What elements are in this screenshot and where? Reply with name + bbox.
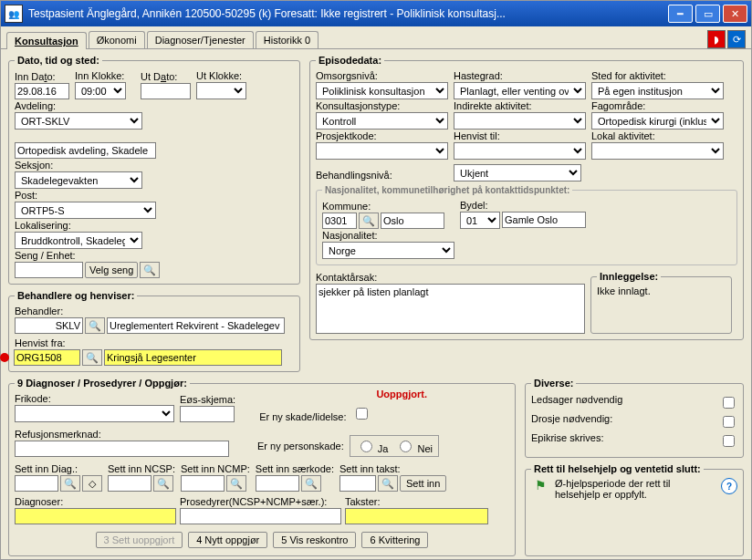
ja-radio-label[interactable]: Ja <box>356 438 389 454</box>
avdeling-readonly <box>15 142 156 159</box>
indirekte-select[interactable] <box>454 112 586 130</box>
diag-clear-icon[interactable]: ◇ <box>82 475 102 492</box>
sted-label: Sted for aktivitet: <box>591 70 724 81</box>
kommune-code-input[interactable] <box>322 213 357 229</box>
velg-seng-button[interactable]: Velg seng <box>85 262 138 278</box>
drosje-label: Drosje nødvendig: <box>531 413 612 430</box>
konstype-select[interactable]: Kontroll <box>316 112 448 130</box>
maximize-button[interactable]: ▭ <box>695 5 720 23</box>
diag-search-icon[interactable]: 🔍 <box>60 475 80 492</box>
episodedata-fieldset: Episodedata: Omsorgsnivå:Poliklinisk kon… <box>309 55 744 340</box>
vis-reskontro-button[interactable]: 5 Vis reskontro <box>273 532 356 548</box>
skade-checkbox[interactable] <box>356 408 368 420</box>
saer-search-icon[interactable]: 🔍 <box>301 475 321 492</box>
ut-klokke-label: Ut Klokke: <box>196 70 246 81</box>
post-select[interactable]: ORTP5-S <box>15 202 156 219</box>
ja-radio[interactable] <box>360 441 372 452</box>
ut-dato-input[interactable] <box>141 83 191 99</box>
behandlingsniva-select[interactable]: Ukjent <box>454 164 581 181</box>
diverse-fieldset: Diverse: Ledsager nødvendig Drosje nødve… <box>525 378 744 458</box>
prosjektkode-select[interactable] <box>316 142 448 160</box>
minimize-button[interactable]: ━ <box>668 5 693 23</box>
kommune-search-icon[interactable]: 🔍 <box>359 213 379 229</box>
takster-box[interactable] <box>345 508 488 524</box>
kvittering-button[interactable]: 6 Kvittering <box>361 532 428 548</box>
henvist-search-icon[interactable]: 🔍 <box>82 349 102 366</box>
rett-legend: Rett til helsehjelp og ventetid slutt: <box>531 463 704 474</box>
henvist-readonly <box>104 349 282 366</box>
sett-inn-button[interactable]: Sett inn <box>400 475 446 492</box>
saer-input[interactable] <box>256 475 299 492</box>
refresh-icon[interactable]: ⟳ <box>727 30 746 48</box>
avdeling-select[interactable]: ORT-SKLV <box>15 112 142 130</box>
help-icon[interactable]: ? <box>721 478 737 494</box>
drosje-checkbox[interactable] <box>723 416 735 428</box>
kontaktarsak-textarea[interactable]: sjekker på listen planlagt <box>316 284 585 334</box>
kontaktarsak-label: Kontaktårsak: <box>316 272 585 283</box>
henvist-til-select[interactable] <box>454 142 586 160</box>
nasjonalitet-select[interactable]: Norge <box>322 242 454 259</box>
diagnoser-fieldset: 9 Diagnoser / Prosedyrer / Oppgjør: Uopp… <box>8 378 516 556</box>
henvist-input[interactable] <box>14 349 80 366</box>
bydel-select[interactable]: 01 <box>460 212 500 229</box>
nytt-oppgjor-button[interactable]: 4 Nytt oppgjør <box>188 532 267 548</box>
window-title: Testpasient Änglegård, Annikén 120500-50… <box>28 7 668 20</box>
lokalisering-label: Lokalisering: <box>15 220 142 231</box>
ncsp-input[interactable] <box>108 475 151 492</box>
prosedyrer-box[interactable] <box>180 508 341 524</box>
diagnoser-box-label: Diagnoser: <box>15 496 174 507</box>
alert-icon[interactable]: ◗ <box>707 30 726 48</box>
henvist-til-label: Henvist til: <box>454 130 586 141</box>
diag-code-input[interactable] <box>15 475 58 492</box>
sett-ncsp-label: Sett inn NCSP: <box>108 463 175 474</box>
lokalisering-select[interactable]: Bruddkontroll, Skadelege <box>15 232 142 249</box>
refusjon-input <box>15 441 229 457</box>
nei-radio-label[interactable]: Nei <box>395 438 433 454</box>
dato-legend: Dato, tid og sted: <box>15 55 102 66</box>
omsorgsniva-select[interactable]: Poliklinisk konsultasjon <box>316 82 448 99</box>
tab-konsultasjon[interactable]: Konsultasjon <box>6 32 87 49</box>
dato-fieldset: Dato, tid og sted: Inn Dato: Inn Klokke:… <box>8 55 300 285</box>
prosjektkode-label: Prosjektkode: <box>316 130 448 141</box>
behandlere-fieldset: Behandlere og henviser: Behandler: 🔍 Hen… <box>8 290 300 372</box>
ncmp-input[interactable] <box>181 475 225 492</box>
lokal-aktivitet-select[interactable] <box>591 142 724 160</box>
takst-search-icon[interactable]: 🔍 <box>378 475 398 492</box>
fagomrade-label: Fagområde: <box>591 100 724 111</box>
close-button[interactable]: ✕ <box>723 5 747 23</box>
ledsager-label: Ledsager nødvendig <box>531 394 622 411</box>
ncmp-search-icon[interactable]: 🔍 <box>226 475 246 492</box>
henvist-label: Henvist fra: <box>15 337 294 348</box>
tab-historikk[interactable]: Historikk 0 <box>256 31 319 48</box>
inn-klokke-select[interactable]: 09:00 <box>75 82 126 99</box>
nei-radio[interactable] <box>400 441 412 452</box>
app-icon: 👥 <box>5 5 23 23</box>
epikrise-checkbox[interactable] <box>723 435 735 447</box>
diagnoser-legend: 9 Diagnoser / Prosedyrer / Oppgjør: <box>15 378 190 389</box>
frikode-select[interactable] <box>15 405 174 422</box>
inn-dato-input[interactable] <box>15 83 69 99</box>
ncsp-search-icon[interactable]: 🔍 <box>153 475 173 492</box>
seng-search-icon[interactable]: 🔍 <box>140 262 160 278</box>
flag-icon: ⚑ <box>535 478 551 494</box>
diagnoser-box[interactable] <box>15 508 176 524</box>
konstype-label: Konsultasjonstype: <box>316 100 448 111</box>
lokal-aktivitet-label: Lokal aktivitet: <box>591 130 724 141</box>
takst-input[interactable] <box>339 475 376 492</box>
ledsager-checkbox[interactable] <box>723 397 735 409</box>
behandler-search-icon[interactable]: 🔍 <box>85 317 105 334</box>
titlebar: 👥 Testpasient Änglegård, Annikén 120500-… <box>1 1 751 26</box>
tab-okonomi[interactable]: Økonomi <box>89 31 145 48</box>
seksjon-select[interactable]: Skadelegevakten <box>15 171 142 189</box>
behandler-input[interactable] <box>15 317 83 334</box>
personskade-label: Er ny personskade: <box>257 441 344 451</box>
nasjonalitet-subfieldset: Nasjonalitet, kommunetilhørighet på kont… <box>316 185 737 265</box>
sted-select[interactable]: På egen institusjon <box>591 82 724 99</box>
hastegrad-select[interactable]: Planlagt, eller venting ove <box>454 82 586 99</box>
seng-input <box>15 262 83 278</box>
innleggelse-fieldset: Innleggelse: Ikke innlagt. <box>590 271 732 334</box>
fagomrade-select[interactable]: Ortopedisk kirurgi (inklusi <box>591 112 724 130</box>
post-label: Post: <box>15 190 156 201</box>
ut-klokke-select[interactable] <box>196 82 246 99</box>
tab-diagnoser[interactable]: Diagnoser/Tjenester <box>147 31 254 48</box>
